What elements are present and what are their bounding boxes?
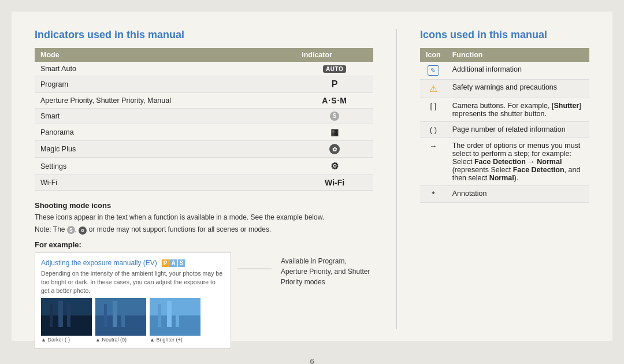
shooting-section: Shooting mode icons These icons appear i… (35, 201, 373, 235)
example-desc: Depending on the intensity of the ambien… (41, 269, 225, 295)
example-box: Adjusting the exposure manually (EV) PAS… (35, 252, 231, 349)
indicator-cell: ⚙ (296, 158, 373, 175)
face-detection-bold: Face Detection (474, 158, 526, 166)
bracket-icon: [ ] (430, 102, 436, 110)
available-text-block: Available in Program, Aperture Priority,… (277, 252, 373, 287)
paren-icon: ( ) (430, 125, 437, 134)
table-row: ( ) Page number of related information (420, 122, 589, 138)
arrow-connector (237, 252, 272, 269)
s-note-icon: S (67, 226, 75, 234)
image-darker: ▲ Darker (-) (41, 298, 92, 343)
svg-rect-12 (167, 301, 172, 327)
table-row: Panorama ▦ (35, 124, 373, 141)
available-text: Available in Program, Aperture Priority,… (281, 256, 373, 287)
table-row: → The order of options or menus you must… (420, 138, 589, 186)
settings-icon: ⚙ (330, 161, 339, 171)
warning-icon: ⚠ (429, 83, 437, 94)
img-neutral (95, 298, 146, 336)
mode-label: Panorama (35, 124, 296, 141)
icon-pencil-cell: ✎ (420, 62, 447, 80)
indicator-cell: S (296, 109, 373, 124)
function-text: Safety warnings and precautions (447, 80, 589, 98)
shooting-note: Note: The S, ✿ or mode may not support f… (35, 224, 373, 235)
svg-rect-6 (95, 315, 146, 336)
table-row: * Annotation (420, 186, 589, 203)
icons-table: Icon Function ✎ Additional information ⚠… (420, 48, 589, 203)
shooting-desc: These icons appear in the text when a fu… (35, 212, 373, 222)
icon-paren-cell: ( ) (420, 122, 447, 138)
mode-label: Wi-Fi (35, 175, 296, 191)
function-text: Annotation (447, 186, 589, 203)
svg-rect-3 (67, 303, 70, 327)
img-brighter (150, 298, 200, 336)
indicator-cell: A·S·M (296, 93, 373, 109)
wifi-indicator: Wi-Fi (325, 178, 344, 187)
svg-rect-2 (58, 301, 63, 327)
shooting-title: Shooting mode icons (35, 201, 373, 210)
table-row: ✎ Additional information (420, 62, 589, 80)
indicators-table: Mode Indicator Smart Auto AUTO Program P (35, 48, 373, 191)
col-indicator: Indicator (296, 48, 373, 62)
table-row: Program P (35, 76, 373, 93)
svg-rect-1 (41, 315, 92, 336)
magic-note-icon: ✿ (79, 226, 87, 235)
asm-indicator: A·S·M (322, 96, 347, 105)
face-detection-bold2: Face Detection (513, 166, 564, 174)
svg-rect-14 (158, 304, 161, 327)
star-icon: * (432, 190, 434, 199)
indicator-cell: ▦ (296, 124, 373, 141)
pas-badge: PAS (162, 259, 185, 267)
svg-rect-4 (50, 304, 53, 327)
for-example-label: For example: (35, 240, 373, 249)
left-title: Indicators used in this manual (35, 29, 373, 41)
pas-s: S (178, 259, 185, 267)
normal-bold2: Normal (489, 174, 514, 182)
table-row: Settings ⚙ (35, 158, 373, 175)
svg-rect-13 (176, 303, 179, 327)
image-neutral: ▲ Neutral (0) (95, 298, 146, 343)
brighter-label: ▲ Brighter (+) (150, 337, 200, 343)
mode-label: Settings (35, 158, 296, 175)
col-function: Function (447, 48, 589, 62)
shutter-bold: Shutter (554, 102, 579, 110)
icon-bracket-cell: [ ] (420, 98, 447, 122)
indicator-cell: ✿ (296, 141, 373, 158)
right-title: Icons used in this manual (420, 29, 589, 41)
table-row: Magic Plus ✿ (35, 141, 373, 158)
p-indicator: P (332, 79, 338, 89)
svg-rect-8 (121, 303, 125, 327)
panorama-icon: ▦ (330, 127, 339, 137)
function-text: Camera buttons. For example, [Shutter] r… (447, 98, 589, 122)
mode-label: Smart Auto (35, 62, 296, 76)
example-header: Adjusting the exposure manually (EV) PAS (41, 259, 225, 267)
col-mode: Mode (35, 48, 296, 62)
image-brighter: ▲ Brighter (+) (150, 298, 200, 343)
function-text: Page number of related information (447, 122, 589, 138)
normal-bold1: Normal (537, 158, 562, 166)
col-icon: Icon (420, 48, 447, 62)
table-row: Smart Auto AUTO (35, 62, 373, 76)
indicator-cell: Wi-Fi (296, 175, 373, 191)
icon-star-cell: * (420, 186, 447, 203)
indicator-cell: P (296, 76, 373, 93)
mode-label: Program (35, 76, 296, 93)
darker-label: ▲ Darker (-) (41, 337, 92, 343)
icon-warning-cell: ⚠ (420, 80, 447, 98)
arrow-line (237, 269, 272, 269)
icon-arrow-cell: → (420, 138, 447, 186)
table-row: [ ] Camera buttons. For example, [Shutte… (420, 98, 589, 122)
mode-label: Smart (35, 109, 296, 124)
magic-icon: ✿ (329, 144, 340, 154)
pas-a: A (169, 259, 177, 267)
table-row: Wi-Fi Wi-Fi (35, 175, 373, 191)
svg-rect-7 (113, 301, 117, 327)
left-section: Indicators used in this manual Mode Indi… (35, 29, 373, 329)
function-text: Additional information (447, 62, 589, 80)
function-text: The order of options or menus you must s… (447, 138, 589, 186)
page-number: 6 (310, 357, 314, 364)
pas-p: P (162, 259, 169, 267)
neutral-label: ▲ Neutral (0) (95, 337, 146, 343)
example-title: Adjusting the exposure manually (EV) (41, 259, 157, 267)
right-section: Icons used in this manual Icon Function … (396, 29, 589, 329)
table-row: Aperture Priority, Shutter Priority, Man… (35, 93, 373, 109)
